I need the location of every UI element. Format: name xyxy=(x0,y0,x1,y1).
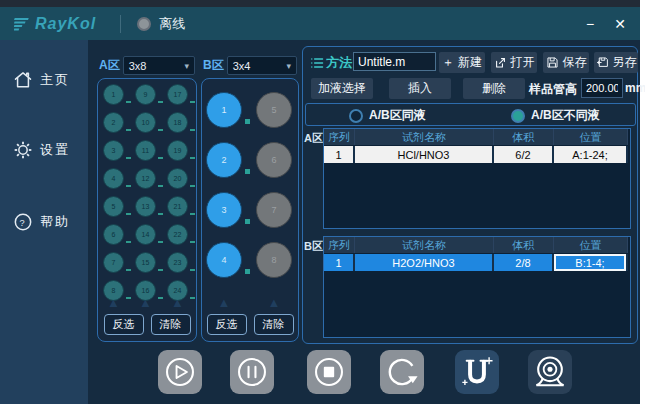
home-icon xyxy=(13,70,33,90)
well-b-6[interactable]: 6 xyxy=(256,142,292,178)
table-b-rows[interactable]: 1H2O2/HNO32/8B:1-4; xyxy=(324,253,630,271)
table-cell[interactable]: 2/8 xyxy=(494,254,554,271)
table-cell[interactable]: B:1-4; xyxy=(554,254,628,271)
save-as-icon xyxy=(596,56,609,69)
well-b-7[interactable]: 7 xyxy=(256,192,292,228)
table-a-rows[interactable]: 1HCl/HNO36/2A:1-24; xyxy=(324,145,630,163)
table-cell[interactable]: A:1-24; xyxy=(554,146,628,163)
save-method-button[interactable]: 保存 xyxy=(543,52,589,73)
insert-button[interactable]: 插入 xyxy=(389,78,451,99)
well-a-6[interactable]: 6 xyxy=(103,224,124,245)
svg-text:?: ? xyxy=(20,218,27,228)
plate-a-clear-button[interactable]: 清除 xyxy=(151,314,191,335)
sidebar-item-settings[interactable]: 设置 xyxy=(13,138,70,162)
plate-b-invert-button[interactable]: 反选 xyxy=(207,314,247,335)
well-b-5[interactable]: 5 xyxy=(256,92,292,128)
column-selector-icon[interactable]: ▲ xyxy=(167,296,188,309)
well-a-4[interactable]: 4 xyxy=(103,168,124,189)
well-a-20[interactable]: 20 xyxy=(167,168,188,189)
plate-b-size-value: 3x4 xyxy=(233,60,251,72)
save-as-method-button[interactable]: 另存 xyxy=(594,52,638,73)
dropdown-caret-icon: ▾ xyxy=(286,61,291,71)
well-b-8[interactable]: 8 xyxy=(256,242,292,278)
prime-tube-button[interactable] xyxy=(455,350,499,394)
well-b-3[interactable]: 3 xyxy=(206,192,242,228)
plate-b-clear-button[interactable]: 清除 xyxy=(254,314,294,335)
table-cell[interactable]: H2O2/HNO3 xyxy=(355,254,494,271)
well-a-21[interactable]: 21 xyxy=(167,196,188,217)
new-method-button[interactable]: ＋ 新建 xyxy=(439,52,485,73)
prime-tube-icon xyxy=(458,353,496,391)
repeat-button[interactable] xyxy=(380,350,424,394)
plate-a-header: A区 3x8 ▾ xyxy=(99,56,195,75)
well-a-23[interactable]: 23 xyxy=(167,252,188,273)
well-a-2[interactable]: 2 xyxy=(103,112,124,133)
camera-button[interactable] xyxy=(528,350,572,394)
well-a-9[interactable]: 9 xyxy=(135,84,156,105)
plate-a-size-select[interactable]: 3x8 ▾ xyxy=(123,56,195,75)
well-a-12[interactable]: 12 xyxy=(135,168,156,189)
column-header: 序列 xyxy=(324,129,355,145)
well-a-5[interactable]: 5 xyxy=(103,196,124,217)
well-a-1[interactable]: 1 xyxy=(103,84,124,105)
column-header: 位置 xyxy=(554,129,628,145)
well-a-10[interactable]: 10 xyxy=(135,112,156,133)
table-b-zone-label: B区 xyxy=(304,239,323,254)
sidebar-item-home[interactable]: 主页 xyxy=(13,68,70,92)
column-selector-icon[interactable]: ▲ xyxy=(256,296,292,309)
radio-different-liquid[interactable]: A/B区不同液 xyxy=(511,107,600,124)
table-b[interactable]: 序列试剂名称体积位置 1H2O2/HNO32/8B:1-4; xyxy=(323,236,631,338)
sidebar-item-help[interactable]: ? 帮助 xyxy=(13,210,70,234)
well-a-13[interactable]: 13 xyxy=(135,196,156,217)
radio-checked-icon xyxy=(511,109,525,123)
well-a-3[interactable]: 3 xyxy=(103,140,124,161)
sidebar-item-label: 主页 xyxy=(40,71,70,89)
tube-height-label: 样品管高 xyxy=(529,81,577,98)
well-a-7[interactable]: 7 xyxy=(103,252,124,273)
radio-same-liquid[interactable]: A/B区同液 xyxy=(349,107,426,124)
table-cell[interactable]: 6/2 xyxy=(494,146,554,163)
well-a-22[interactable]: 22 xyxy=(167,224,188,245)
well-a-15[interactable]: 15 xyxy=(135,252,156,273)
table-row[interactable]: 1HCl/HNO36/2A:1-24; xyxy=(324,145,630,163)
window-top-edge xyxy=(0,0,640,7)
column-selector-icon[interactable]: ▲ xyxy=(135,296,156,309)
plate-a-invert-button[interactable]: 反选 xyxy=(104,314,144,335)
delete-button[interactable]: 删除 xyxy=(463,78,525,99)
stop-button[interactable] xyxy=(307,350,351,394)
well-a-17[interactable]: 17 xyxy=(167,84,188,105)
well-a-18[interactable]: 18 xyxy=(167,112,188,133)
well-a-14[interactable]: 14 xyxy=(135,224,156,245)
well-b-2[interactable]: 2 xyxy=(206,142,242,178)
tube-height-input[interactable] xyxy=(581,78,623,98)
table-a[interactable]: 序列试剂名称体积位置 1HCl/HNO36/2A:1-24; xyxy=(323,128,631,229)
table-row[interactable]: 1H2O2/HNO32/8B:1-4; xyxy=(324,253,630,271)
brand-name: RayKol xyxy=(35,15,96,33)
plate-a-grid: 191721018311194122051321614227152381624 xyxy=(103,84,188,301)
well-a-19[interactable]: 19 xyxy=(167,140,188,161)
column-selector-icon[interactable]: ▲ xyxy=(206,296,242,309)
table-cell[interactable]: 1 xyxy=(324,146,355,163)
open-method-button[interactable]: 打开 xyxy=(491,52,537,73)
method-filename-input[interactable] xyxy=(353,52,436,71)
column-selector-icon[interactable]: ▲ xyxy=(103,296,124,309)
pause-button[interactable] xyxy=(230,350,274,394)
plate-a-column-selectors[interactable]: ▲▲▲ xyxy=(103,296,188,309)
add-liquid-button[interactable]: 加液选择 xyxy=(311,78,373,99)
well-a-11[interactable]: 11 xyxy=(135,140,156,161)
table-cell[interactable]: HCl/HNO3 xyxy=(355,146,494,163)
plate-b-size-select[interactable]: 3x4 ▾ xyxy=(227,56,297,75)
plate-a-size-value: 3x8 xyxy=(129,60,147,72)
play-button[interactable] xyxy=(158,350,202,394)
plate-a-zone-label: A区 xyxy=(99,57,120,74)
plate-b-zone-label: B区 xyxy=(203,57,224,74)
plate-b-column-selectors[interactable]: ▲▲ xyxy=(206,296,292,309)
connection-status: 离线 xyxy=(159,15,185,33)
well-b-4[interactable]: 4 xyxy=(206,242,242,278)
offline-dot-icon xyxy=(137,17,151,31)
minimize-button[interactable]: − xyxy=(578,12,602,36)
close-button[interactable]: ✕ xyxy=(608,12,632,36)
well-b-1[interactable]: 1 xyxy=(206,92,242,128)
table-cell[interactable]: 1 xyxy=(324,254,355,271)
brand-stripes-icon xyxy=(14,17,30,31)
